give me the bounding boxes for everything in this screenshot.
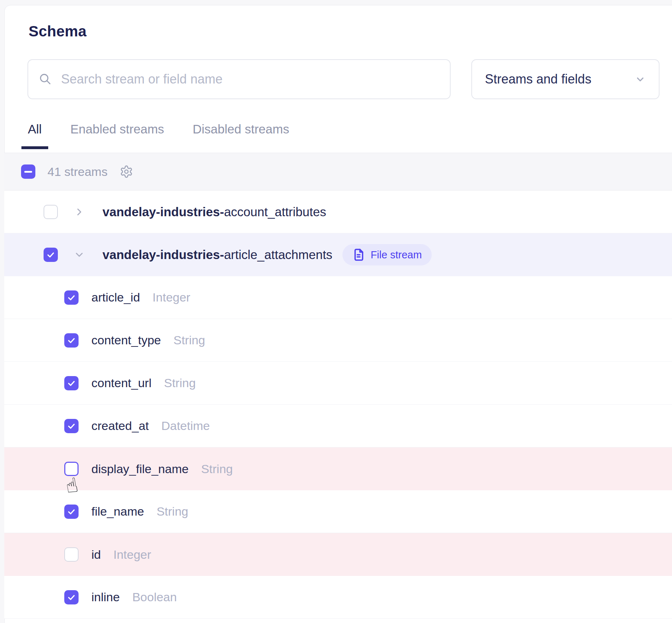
field-row[interactable]: article_id Integer [4,276,672,319]
gear-icon[interactable] [120,165,133,178]
field-type: Integer [152,290,190,304]
field-type: Datetime [161,419,210,433]
minus-icon [24,171,32,173]
file-text-icon [352,248,365,261]
field-checkbox[interactable] [64,505,79,519]
stream-name: vandelay-industries-article_attachments [102,248,332,262]
stream-list: 41 streams vandelay-industries-account_a… [4,153,672,619]
field-checkbox[interactable] [64,333,79,348]
badge-label: File stream [371,249,422,261]
file-stream-badge: File stream [342,244,432,265]
field-name: created_at [91,419,149,433]
field-name: inline [91,590,120,604]
field-type: Integer [113,548,151,562]
select-all-checkbox[interactable] [21,164,35,179]
stream-name: vandelay-industries-account_attributes [102,205,326,219]
field-type: Boolean [132,590,177,604]
field-name: content_url [91,376,151,390]
field-type: String [164,376,196,390]
field-type: String [174,333,205,347]
field-checkbox[interactable] [64,462,79,476]
tab-disabled-streams[interactable]: Disabled streams [186,118,296,149]
stream-filter-tabs: All Enabled streams Disabled streams [21,118,296,149]
field-checkbox[interactable] [64,290,79,305]
field-row-removed[interactable]: id Integer [4,533,672,576]
stream-row[interactable]: vandelay-industries-account_attributes [4,191,672,233]
stream-list-toolbar: 41 streams [4,153,672,191]
page-title: Schema [29,23,86,40]
field-checkbox[interactable] [64,547,79,562]
field-row[interactable]: content_url String [4,362,672,405]
field-checkbox[interactable] [64,590,79,604]
field-row[interactable]: inline Boolean [4,576,672,619]
search-icon [39,73,52,86]
tab-all[interactable]: All [21,118,48,149]
field-type: String [201,462,233,476]
field-type: String [156,505,188,518]
chevron-down-icon [635,74,646,85]
view-filter-selected: Streams and fields [485,72,591,87]
stream-row-selected[interactable]: vandelay-industries-article_attachments … [4,233,672,276]
field-name: article_id [91,290,140,304]
field-checkbox[interactable] [64,376,79,390]
chevron-right-icon[interactable] [74,207,85,217]
schema-panel: Schema Streams and fields All Enabled st… [0,0,672,623]
field-row[interactable]: file_name String [4,490,672,533]
field-name: id [91,548,101,562]
field-name: display_file_name [91,462,189,476]
field-row-removed[interactable]: display_file_name String ☝ [4,447,672,490]
field-row[interactable]: content_type String [4,319,672,362]
stream-count: 41 streams [47,165,107,179]
search-box [27,59,451,99]
view-filter-dropdown[interactable]: Streams and fields [471,59,660,99]
field-row[interactable]: created_at Datetime [4,405,672,447]
stream-checkbox[interactable] [44,205,58,219]
stream-checkbox[interactable] [44,248,58,262]
field-name: file_name [91,505,144,518]
search-input[interactable] [61,72,439,87]
field-checkbox[interactable] [64,419,79,433]
chevron-down-icon[interactable] [74,249,85,260]
tab-enabled-streams[interactable]: Enabled streams [64,118,171,149]
field-name: content_type [91,333,161,347]
